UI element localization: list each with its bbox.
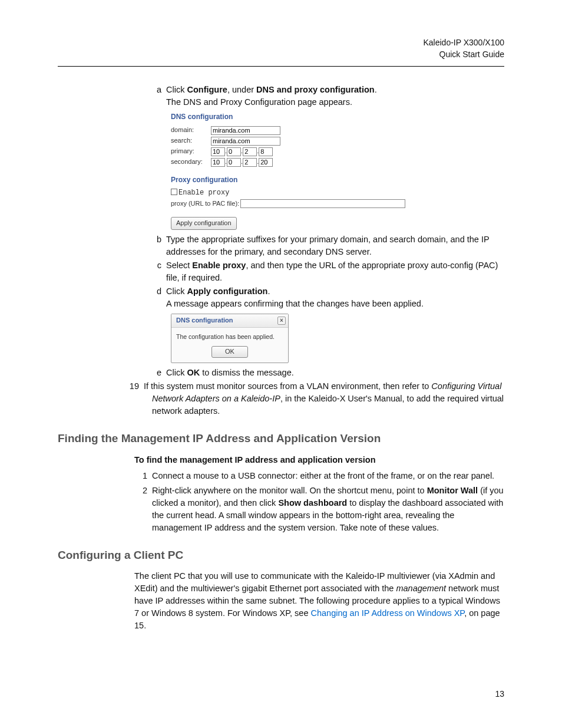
page-number: 13: [495, 688, 504, 700]
header-rule: [58, 66, 504, 67]
step-d: d Click Apply configuration. A message a…: [58, 285, 504, 310]
dialog-message: The configuration has been applied.: [171, 328, 288, 342]
proxy-config-title: Proxy configuration: [171, 175, 406, 185]
section-heading-configuring-pc: Configuring a Client PC: [58, 547, 504, 564]
product-name: Kaleido-IP X300/X100: [423, 37, 504, 48]
secondary-ip-2[interactable]: [227, 158, 241, 167]
domain-label: domain:: [171, 126, 211, 135]
step-letter: e: [58, 367, 166, 379]
link-changing-ip-winxp[interactable]: Changing an IP Address on Windows XP: [311, 608, 465, 618]
step-c: c Select Enable proxy, and then type the…: [58, 259, 504, 284]
dialog-title: DNS configuration: [176, 316, 233, 325]
apply-configuration-button[interactable]: Apply configuration: [171, 217, 237, 230]
primary-label: primary:: [171, 147, 211, 156]
primary-ip-2[interactable]: [227, 147, 241, 156]
step-19: 19 If this system must monitor sources f…: [58, 380, 504, 417]
pac-label: proxy (URL to PAC file):: [171, 199, 239, 209]
enable-proxy-row: Enable proxy: [171, 188, 406, 198]
primary-ip-3[interactable]: [243, 147, 257, 156]
step-body: Click OK to dismiss the message.: [166, 367, 504, 379]
step-e: e Click OK to dismiss the message.: [58, 367, 504, 379]
step-body: Right-click anywhere on the monitor wall…: [152, 485, 504, 534]
primary-ip-1[interactable]: [211, 147, 225, 156]
close-icon[interactable]: ×: [277, 317, 286, 325]
dns-config-screenshot: DNS configuration domain: search: primar…: [171, 112, 406, 230]
step-body: Click Configure, under DNS and proxy con…: [166, 84, 504, 108]
domain-input[interactable]: [211, 126, 280, 135]
search-input[interactable]: [211, 137, 280, 146]
secondary-ip-4[interactable]: [259, 158, 273, 167]
step-b: b Type the appropriate suffixes for your…: [58, 233, 504, 258]
step-body: Select Enable proxy, and then type the U…: [166, 259, 504, 284]
step-number: 19: [58, 380, 144, 417]
section2-paragraph: The client PC that you will use to commu…: [134, 570, 504, 632]
section1-step-1: 1 Connect a mouse to a USB connector: ei…: [58, 470, 504, 482]
doc-title: Quick Start Guide: [423, 48, 504, 60]
page-header: Kaleido-IP X300/X100 Quick Start Guide: [423, 37, 504, 61]
section-subhead: To find the management IP address and ap…: [134, 454, 504, 466]
step-letter: c: [58, 259, 166, 284]
step-number: 2: [58, 485, 152, 534]
step-a: a Click Configure, under DNS and proxy c…: [58, 84, 504, 108]
ok-button[interactable]: OK: [211, 346, 248, 358]
secondary-label: secondary:: [171, 157, 211, 167]
section1-step-2: 2 Right-click anywhere on the monitor wa…: [58, 485, 504, 534]
step-body: If this system must monitor sources from…: [152, 380, 504, 417]
secondary-ip-3[interactable]: [243, 158, 257, 167]
step-letter: d: [58, 285, 166, 310]
section-heading-finding-ip: Finding the Management IP Address and Ap…: [58, 430, 504, 447]
secondary-ip-1[interactable]: [211, 158, 225, 167]
search-label: search:: [171, 136, 211, 146]
step-letter: b: [58, 233, 166, 258]
enable-proxy-checkbox[interactable]: [171, 189, 177, 195]
step-body: Connect a mouse to a USB connector: eith…: [152, 470, 504, 482]
dns-config-title: DNS configuration: [171, 112, 406, 122]
page-content: a Click Configure, under DNS and proxy c…: [58, 84, 504, 634]
primary-ip-4[interactable]: [259, 147, 273, 156]
confirmation-dialog: DNS configuration × The configuration ha…: [171, 314, 289, 363]
step-letter: a: [58, 84, 166, 108]
step-body: Click Apply configuration. A message app…: [166, 285, 504, 310]
step-body: Type the appropriate suffixes for your p…: [166, 233, 504, 258]
enable-proxy-label: Enable proxy: [178, 189, 229, 197]
step-number: 1: [58, 470, 152, 482]
pac-url-input[interactable]: [240, 199, 405, 208]
